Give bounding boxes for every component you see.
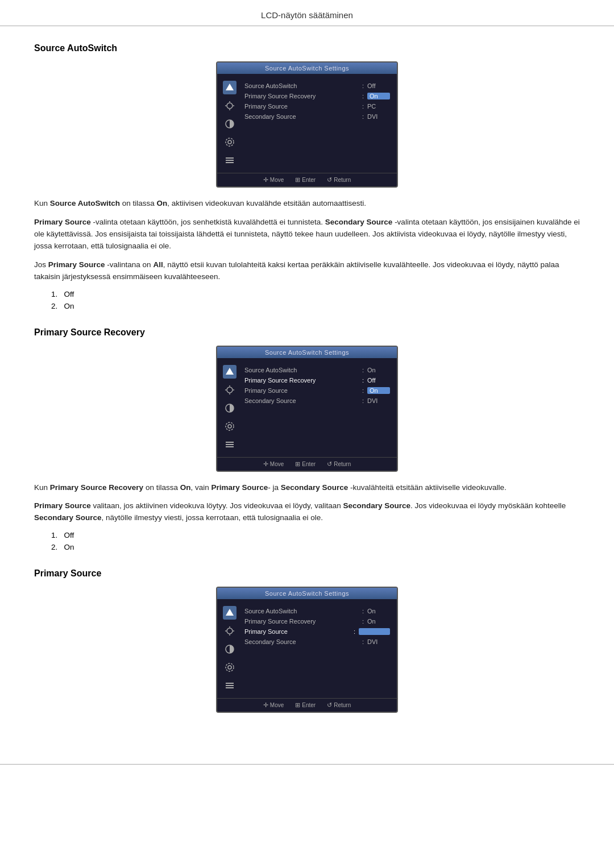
footer-3-return: ↺ Return [327, 701, 351, 709]
icon-settings-2 [223, 420, 237, 433]
osd-row-primary-source: Primary Source : PC [244, 101, 390, 111]
footer-return: ↺ Return [327, 176, 351, 184]
recovery-para-1: Kun Primary Source Recovery on tilassa O… [34, 482, 580, 494]
value-2-secondary-source: DVI [367, 397, 390, 404]
enter-icon-2: ⊞ [295, 460, 300, 468]
svg-marker-24 [226, 609, 234, 616]
osd-screen-3: Source AutoSwitch Settings [216, 587, 398, 713]
return-icon-3: ↺ [327, 701, 332, 709]
osd-row-2-primary-source: Primary Source : On [244, 385, 390, 396]
svg-rect-22 [226, 444, 234, 445]
svg-point-7 [228, 140, 231, 144]
osd-row-source-autoswitch: Source AutoSwitch : Off [244, 81, 390, 91]
autoswitch-para-3: Jos Primary Source -valintana on All, nä… [34, 259, 580, 283]
label-3-secondary-source: Secondary Source [244, 638, 359, 645]
footer-enter-label: Enter [302, 177, 316, 183]
page-divider [0, 764, 614, 765]
svg-rect-9 [226, 157, 234, 159]
svg-point-25 [227, 628, 233, 634]
recovery-para-2: Primary Source valitaan, jos aktiivinen … [34, 500, 580, 524]
osd-row-2-secondary-source: Secondary Source : DVI [244, 396, 390, 406]
label-2-primary-source: Primary Source [244, 387, 359, 394]
svg-point-8 [226, 138, 234, 146]
section-source-autoswitch: Source AutoSwitch Source AutoSwitch Sett… [34, 43, 580, 310]
osd-row-2-source-autoswitch: Source AutoSwitch : On [244, 365, 390, 375]
return-icon-2: ↺ [327, 460, 332, 468]
footer-3-return-label: Return [334, 702, 351, 708]
osd-menu-1: Source AutoSwitch : Off Primary Source R… [240, 78, 395, 169]
label-2-secondary-source: Secondary Source [244, 397, 359, 404]
svg-rect-23 [226, 446, 234, 447]
value-3-primary-source [359, 628, 390, 635]
label-3-source-autoswitch: Source AutoSwitch [244, 608, 359, 614]
footer-2-enter: ⊞ Enter [295, 460, 316, 468]
svg-rect-10 [226, 160, 234, 161]
footer-3-move-label: Move [270, 702, 284, 708]
value-3-secondary-source: DVI [367, 638, 390, 645]
footer-return-label: Return [334, 177, 351, 183]
move-icon: ✛ [263, 176, 268, 184]
svg-point-31 [228, 666, 231, 669]
section-primary-source: Primary Source Source AutoSwitch Setting… [34, 568, 580, 713]
svg-rect-11 [226, 162, 234, 163]
osd-menu-3: Source AutoSwitch : On Primary Source Re… [240, 604, 395, 695]
footer-3-enter-label: Enter [302, 702, 316, 708]
osd-body-3: Source AutoSwitch : On Primary Source Re… [217, 599, 397, 698]
label-2-primary-recovery: Primary Source Recovery [244, 377, 359, 384]
icon-source-2 [223, 365, 237, 379]
svg-rect-21 [226, 442, 234, 443]
section-primary-source-recovery: Primary Source Recovery Source AutoSwitc… [34, 327, 580, 552]
osd-title-3: Source AutoSwitch Settings [217, 588, 397, 599]
svg-point-32 [226, 663, 234, 671]
footer-2-move: ✛ Move [263, 460, 284, 468]
osd-row-3-source-autoswitch: Source AutoSwitch : On [244, 606, 390, 616]
footer-3-enter: ⊞ Enter [295, 701, 316, 709]
icon-settings [223, 135, 237, 149]
label-source-autoswitch: Source AutoSwitch [244, 82, 359, 89]
label-primary-recovery: Primary Source Recovery [244, 93, 359, 99]
section-title-recovery: Primary Source Recovery [34, 327, 580, 338]
icon-menu-3 [223, 679, 237, 692]
osd-screen-2: Source AutoSwitch Settings [216, 346, 398, 472]
value-2-primary-recovery: Off [367, 377, 390, 384]
footer-enter: ⊞ Enter [295, 176, 316, 184]
move-icon-2: ✛ [263, 460, 268, 468]
svg-point-19 [228, 425, 231, 428]
footer-2-return: ↺ Return [327, 460, 351, 468]
section-title-autoswitch: Source AutoSwitch [34, 43, 580, 53]
osd-screen-1: Source AutoSwitch Settings [216, 61, 398, 188]
footer-move-label: Move [270, 177, 284, 183]
main-content: Source AutoSwitch Source AutoSwitch Sett… [0, 26, 614, 753]
footer-2-return-label: Return [334, 461, 351, 467]
icon-brightness-3 [223, 624, 237, 638]
move-icon-3: ✛ [263, 701, 268, 709]
osd-icons-3 [219, 604, 240, 695]
enter-icon: ⊞ [295, 176, 300, 184]
autoswitch-para-1: Kun Source AutoSwitch on tilassa On, akt… [34, 198, 580, 210]
osd-icons-1 [219, 78, 240, 169]
svg-rect-34 [226, 685, 234, 686]
icon-brightness-2 [223, 383, 237, 397]
label-secondary-source: Secondary Source [244, 113, 359, 120]
footer-2-move-label: Move [270, 461, 284, 467]
screen-container-1: Source AutoSwitch Settings [34, 61, 580, 188]
osd-row-secondary-source: Secondary Source : DVI [244, 111, 390, 122]
osd-title-2: Source AutoSwitch Settings [217, 347, 397, 358]
icon-menu-2 [223, 438, 237, 451]
section-title-primary-source: Primary Source [34, 568, 580, 579]
osd-body-2: Source AutoSwitch : On Primary Source Re… [217, 358, 397, 457]
label-primary-source: Primary Source [244, 103, 359, 110]
value-3-primary-recovery: On [367, 618, 390, 625]
footer-move: ✛ Move [263, 176, 284, 184]
label-2-source-autoswitch: Source AutoSwitch [244, 367, 359, 373]
autoswitch-para-2: Primary Source -valinta otetaan käyttöön… [34, 217, 580, 252]
value-2-primary-source: On [367, 387, 390, 394]
svg-point-1 [227, 103, 233, 109]
svg-rect-33 [226, 683, 234, 684]
osd-footer-2: ✛ Move ⊞ Enter ↺ Return [217, 457, 397, 471]
page-title: LCD-näytön säätäminen [261, 10, 353, 20]
svg-rect-35 [226, 687, 234, 688]
osd-body-1: Source AutoSwitch : Off Primary Source R… [217, 74, 397, 173]
footer-3-move: ✛ Move [263, 701, 284, 709]
osd-icons-2 [219, 363, 240, 454]
